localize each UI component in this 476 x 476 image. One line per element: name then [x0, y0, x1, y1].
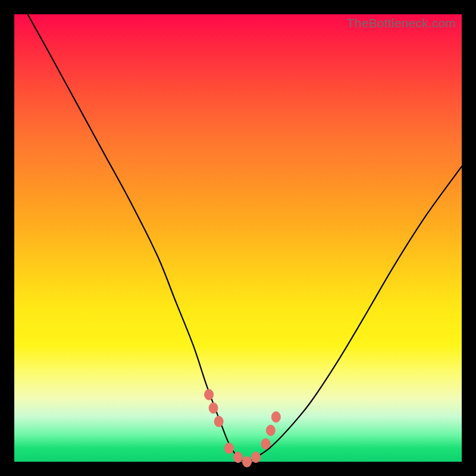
valley-marker — [271, 412, 280, 422]
valley-markers — [205, 389, 281, 467]
valley-marker — [214, 416, 223, 427]
valley-marker — [243, 456, 252, 467]
valley-marker — [261, 439, 270, 449]
valley-marker — [224, 443, 233, 453]
valley-marker — [266, 425, 275, 436]
valley-marker — [252, 452, 261, 462]
bottleneck-curve-chart — [14, 14, 462, 462]
chart-frame: TheBottleneck.com — [14, 14, 462, 462]
valley-marker — [209, 403, 218, 414]
curve-line — [28, 14, 462, 462]
valley-marker — [234, 452, 243, 462]
valley-marker — [205, 389, 214, 400]
